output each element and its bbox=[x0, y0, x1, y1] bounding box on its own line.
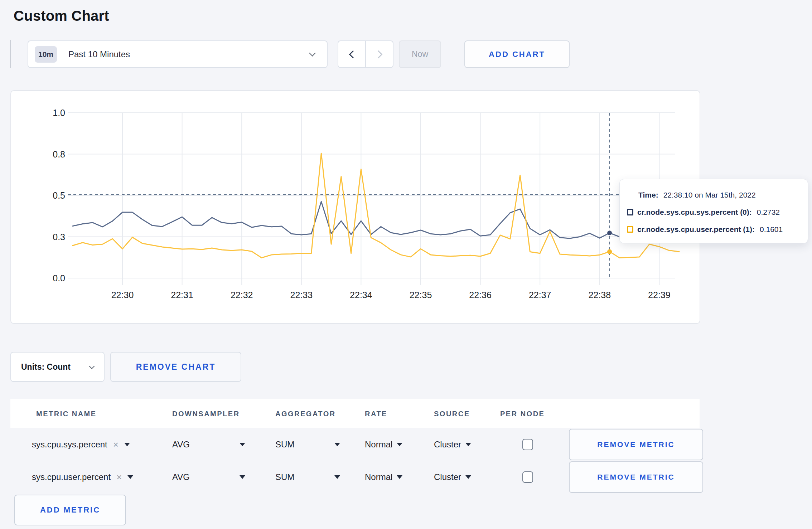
tooltip-series-row: cr.node.sys.cpu.user.percent (1):0.1601 bbox=[627, 225, 802, 234]
downsampler-dropdown[interactable]: AVG bbox=[172, 429, 190, 460]
downsampler-dropdown[interactable]: AVG bbox=[172, 461, 190, 493]
chevron-down-icon bbox=[89, 363, 95, 369]
rate-dropdown[interactable]: Normal bbox=[365, 461, 402, 493]
dropdown-arrow-icon bbox=[240, 475, 245, 479]
chevron-down-icon bbox=[309, 50, 315, 56]
now-button[interactable]: Now bbox=[399, 40, 441, 68]
table-header-aggregator: AGGREGATOR bbox=[275, 399, 336, 428]
source-value: Cluster bbox=[434, 472, 461, 482]
toolbar-divider bbox=[10, 40, 11, 68]
metric-table-row: sys.cpu.sys.percent×AVGSUMNormalClusterR… bbox=[10, 429, 700, 460]
source-dropdown[interactable]: Cluster bbox=[434, 429, 471, 460]
tooltip-series-value: 0.1601 bbox=[760, 225, 783, 234]
units-dropdown-label: Units: Count bbox=[21, 362, 71, 372]
table-header-source: SOURCE bbox=[434, 399, 470, 428]
tooltip-series-value: 0.2732 bbox=[757, 208, 780, 217]
chart-plot[interactable] bbox=[10, 90, 700, 324]
rate-dropdown[interactable]: Normal bbox=[365, 429, 402, 460]
tooltip-time-label: Time: bbox=[638, 191, 658, 199]
table-header-rate: RATE bbox=[365, 399, 387, 428]
series-line-0 bbox=[73, 202, 679, 238]
dropdown-arrow-icon bbox=[124, 443, 130, 446]
clear-metric-icon[interactable]: × bbox=[113, 439, 119, 450]
series-swatch-icon bbox=[627, 226, 633, 233]
rate-value: Normal bbox=[365, 440, 392, 450]
downsampler-arrow[interactable] bbox=[240, 461, 245, 493]
aggregator-dropdown[interactable]: SUM bbox=[275, 429, 294, 460]
per-node-checkbox[interactable] bbox=[522, 439, 533, 450]
remove-metric-button[interactable]: REMOVE METRIC bbox=[569, 429, 703, 460]
tooltip-time-value: 22:38:10 on Mar 15th, 2022 bbox=[663, 191, 756, 199]
units-dropdown[interactable]: Units: Count bbox=[10, 352, 105, 382]
series-line-1 bbox=[73, 153, 679, 258]
metric-name-dropdown[interactable]: sys.cpu.sys.percent× bbox=[32, 429, 130, 460]
add-metric-button[interactable]: ADD METRIC bbox=[14, 495, 126, 525]
remove-metric-button[interactable]: REMOVE METRIC bbox=[569, 461, 703, 493]
dropdown-arrow-icon bbox=[465, 475, 471, 479]
chevron-right-icon bbox=[374, 50, 382, 58]
chevron-left-icon bbox=[349, 50, 357, 58]
add-chart-button[interactable]: ADD CHART bbox=[464, 40, 570, 68]
metric-name-dropdown[interactable]: sys.cpu.user.percent× bbox=[32, 461, 133, 493]
table-header-metric-name: METRIC NAME bbox=[36, 399, 97, 428]
metric-table-row: sys.cpu.user.percent×AVGSUMNormalCluster… bbox=[10, 461, 700, 493]
clear-metric-icon[interactable]: × bbox=[116, 472, 122, 483]
time-window-badge: 10m bbox=[35, 46, 57, 63]
aggregator-arrow[interactable] bbox=[334, 429, 340, 460]
dropdown-arrow-icon bbox=[465, 443, 471, 446]
rate-value: Normal bbox=[365, 472, 392, 482]
chart-tooltip: Time: 22:38:10 on Mar 15th, 2022 cr.node… bbox=[619, 179, 808, 243]
dropdown-arrow-icon bbox=[127, 475, 133, 479]
prev-time-button[interactable] bbox=[338, 41, 365, 67]
metric-name-value: sys.cpu.sys.percent bbox=[32, 440, 107, 450]
aggregator-value: SUM bbox=[275, 440, 294, 450]
crosshair-dot-1 bbox=[607, 249, 612, 254]
dropdown-arrow-icon bbox=[397, 475, 402, 479]
dropdown-arrow-icon bbox=[240, 443, 245, 446]
source-dropdown[interactable]: Cluster bbox=[434, 461, 471, 493]
downsampler-value: AVG bbox=[172, 440, 190, 450]
dropdown-arrow-icon bbox=[334, 443, 340, 446]
aggregator-arrow[interactable] bbox=[334, 461, 340, 493]
tooltip-series-label: cr.node.sys.cpu.user.percent (1): bbox=[637, 225, 755, 234]
table-header-per-node: PER NODE bbox=[500, 399, 545, 428]
crosshair-dot-0 bbox=[607, 230, 612, 235]
per-node-checkbox[interactable] bbox=[522, 471, 533, 483]
source-value: Cluster bbox=[434, 440, 461, 450]
dropdown-arrow-icon bbox=[334, 475, 340, 479]
aggregator-value: SUM bbox=[275, 472, 294, 482]
tooltip-series-row: cr.node.sys.cpu.sys.percent (0):0.2732 bbox=[627, 208, 802, 217]
series-swatch-icon bbox=[627, 209, 633, 215]
aggregator-dropdown[interactable]: SUM bbox=[275, 461, 294, 493]
downsampler-arrow[interactable] bbox=[240, 429, 245, 460]
downsampler-value: AVG bbox=[172, 472, 190, 482]
next-time-button[interactable] bbox=[365, 41, 393, 67]
time-window-selector[interactable]: 10m Past 10 Minutes bbox=[28, 40, 328, 68]
metrics-table-header: METRIC NAMEDOWNSAMPLERAGGREGATORRATESOUR… bbox=[10, 399, 700, 428]
tooltip-time-row: Time: 22:38:10 on Mar 15th, 2022 bbox=[638, 190, 802, 200]
table-header-downsampler: DOWNSAMPLER bbox=[172, 399, 240, 428]
time-window-label: Past 10 Minutes bbox=[68, 49, 130, 59]
dropdown-arrow-icon bbox=[397, 443, 402, 446]
metric-name-value: sys.cpu.user.percent bbox=[32, 472, 111, 482]
tooltip-series-label: cr.node.sys.cpu.sys.percent (0): bbox=[637, 208, 752, 217]
page-title: Custom Chart bbox=[14, 8, 109, 24]
remove-chart-button[interactable]: REMOVE CHART bbox=[110, 352, 241, 382]
time-nav-arrows bbox=[338, 40, 393, 68]
